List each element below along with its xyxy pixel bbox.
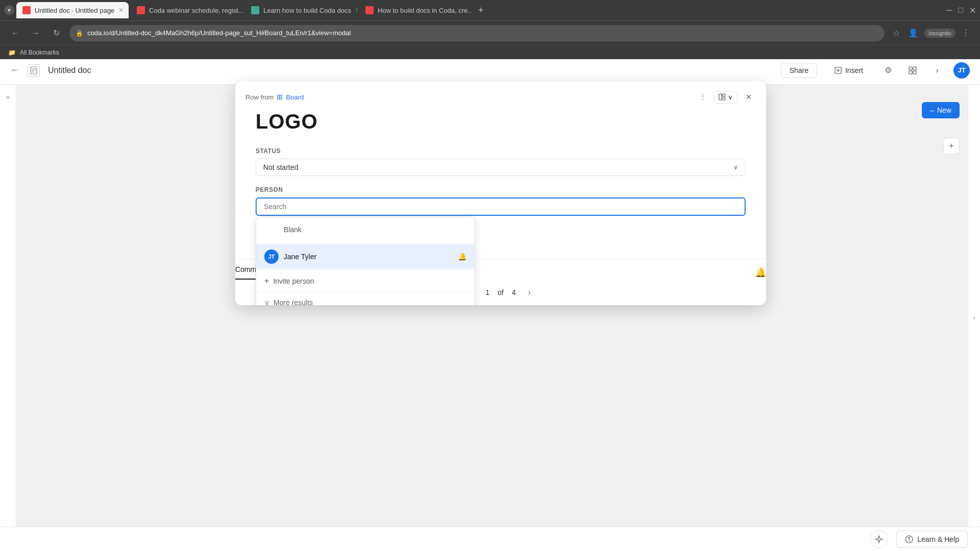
tab1-close[interactable]: ✕ [118, 7, 124, 14]
jane-tyler-name: Jane Tyler [284, 253, 453, 261]
tab3-title: Learn how to build Coda docs [263, 7, 351, 14]
bottom-toolbar: Learn & Help [0, 527, 980, 551]
browser-toolbar: ← → ↻ 🔒 coda.io/d/Untitled-doc_dk4MaGh2h… [0, 20, 980, 45]
status-label: STATUS [256, 147, 746, 155]
tab2-favicon [137, 6, 145, 14]
tab4-title: How to build docs in Coda, cre... [378, 7, 472, 14]
svg-rect-7 [909, 67, 912, 70]
refresh-btn[interactable]: ↻ [49, 26, 63, 40]
invite-person-btn[interactable]: + Invite person [256, 271, 475, 291]
status-dropdown[interactable]: Not started ∨ [256, 159, 746, 176]
modal-header-actions: ⋮ ∨ ✕ [696, 90, 756, 104]
learn-help-button[interactable]: Learn & Help [896, 531, 968, 548]
jane-tyler-initials: JT [268, 254, 275, 260]
person-search-input[interactable] [256, 197, 746, 216]
back-browser-btn[interactable]: ← [8, 26, 22, 40]
breadcrumb-prefix: Row from [246, 93, 274, 101]
profile-btn[interactable]: 👤 [906, 26, 920, 40]
browser-tab-3[interactable]: Learn how to build Coda docs ✕ [245, 2, 357, 18]
blank-spacer [264, 222, 279, 237]
dropdown-arrow-icon: ∨ [733, 164, 738, 171]
blank-label: Blank [284, 226, 302, 234]
board-link[interactable]: Board [286, 93, 304, 101]
more-btn[interactable]: › [929, 62, 945, 79]
modal-close-btn[interactable]: ✕ [742, 90, 756, 104]
view-btn[interactable] [904, 62, 921, 79]
incognito-badge[interactable]: Incognito [924, 29, 955, 38]
close-btn[interactable]: ✕ [969, 6, 976, 15]
blank-option[interactable]: Blank [256, 217, 475, 242]
pagination-separator: of [498, 288, 504, 296]
tab3-close[interactable]: ✕ [355, 7, 357, 14]
modal-more-btn[interactable]: ⋮ [696, 90, 710, 104]
status-value: Not started [263, 163, 298, 171]
browser-chrome: ▼ Untitled doc · Untitled page ✕ Coda we… [0, 0, 980, 56]
new-label: New [937, 106, 951, 114]
share-label: Share [790, 66, 808, 74]
bookmarks-label[interactable]: All Bookmarks [20, 49, 59, 56]
minimize-btn[interactable]: ─ [946, 6, 952, 15]
pagination-total: 4 [512, 288, 516, 296]
svg-rect-11 [719, 94, 722, 100]
next-page-btn[interactable]: › [524, 287, 534, 298]
browser-titlebar: ▼ Untitled doc · Untitled page ✕ Coda we… [0, 0, 980, 20]
bookmark-btn[interactable]: ☆ [891, 26, 902, 40]
new-tab-button[interactable]: + [474, 3, 488, 17]
settings-btn[interactable]: ⚙ [880, 62, 896, 79]
notification-bell-icon[interactable]: 🔔 [755, 267, 766, 278]
modal-header: Row from ⊞ Board ⋮ ∨ ✕ [235, 82, 766, 110]
ai-sparkle-btn[interactable] [870, 530, 888, 548]
jane-tyler-avatar: JT [264, 249, 279, 264]
view-toggle[interactable]: ∨ [714, 91, 738, 104]
person-field-section: PERSON Blank JT [256, 186, 746, 216]
insert-button[interactable]: Insert [825, 63, 872, 78]
view-toggle-arrow: ∨ [728, 93, 733, 101]
address-bar[interactable]: 🔒 coda.io/d/Untitled-doc_dk4MaGh2h6p/Unt… [69, 25, 885, 41]
learn-help-label: Learn & Help [917, 535, 959, 543]
doc-title: Untitled doc [48, 66, 91, 75]
browser-tab-1[interactable]: Untitled doc · Untitled page ✕ [16, 2, 129, 18]
tab-group-btn[interactable]: ▼ [4, 5, 14, 15]
sidebar-chevron-icon: » [6, 93, 10, 101]
person-label: PERSON [256, 186, 746, 193]
svg-rect-12 [723, 94, 725, 96]
pagination-current: 1 [485, 288, 489, 296]
forward-browser-btn[interactable]: → [29, 26, 43, 40]
modal-body: LOGO STATUS Not started ∨ PERSON [235, 110, 766, 259]
user-avatar[interactable]: JT [953, 62, 970, 79]
app-container: ← Untitled doc Share Insert ⚙ › JT » ‹ –… [0, 56, 980, 551]
dropdown-divider-2 [256, 270, 475, 270]
maximize-btn[interactable]: □ [958, 6, 963, 15]
more-results-btn[interactable]: ∨ More results [256, 293, 475, 305]
sidebar-toggle[interactable]: » [0, 85, 16, 527]
address-text: coda.io/d/Untitled-doc_dk4MaGh2h6p/Untit… [87, 29, 878, 37]
browser-tab-2[interactable]: Coda webinar schedule, regist... ✕ [131, 2, 243, 18]
toolbar-actions: ☆ 👤 Incognito ⋮ [891, 26, 972, 40]
new-button[interactable]: – New [922, 102, 960, 118]
dropdown-divider [256, 243, 475, 243]
right-chevron-icon: ‹ [973, 314, 975, 321]
svg-rect-9 [909, 71, 912, 74]
bookmarks-bar: 📁 All Bookmarks [0, 45, 980, 59]
right-sidebar-handle[interactable]: ‹ [968, 85, 980, 551]
extensions-btn[interactable]: ⋮ [960, 26, 972, 40]
person-search-wrapper: Blank JT Jane Tyler 🔔 [256, 197, 746, 216]
share-button[interactable]: Share [781, 63, 817, 78]
tab3-favicon [251, 6, 259, 14]
jane-tyler-option[interactable]: JT Jane Tyler 🔔 [256, 244, 475, 269]
tab4-favicon [365, 6, 374, 14]
dropdown-divider-3 [256, 292, 475, 292]
more-results-label: More results [274, 298, 313, 305]
bookmarks-folder-icon: 📁 [8, 49, 16, 56]
person-dropdown: Blank JT Jane Tyler 🔔 [256, 217, 475, 305]
row-title: LOGO [256, 110, 746, 133]
notify-icon: 🔔 [458, 253, 467, 261]
board-icon: ⊞ [277, 93, 283, 101]
insert-label: Insert [845, 66, 863, 74]
svg-point-15 [909, 541, 910, 541]
browser-tab-4[interactable]: How to build docs in Coda, cre... ✕ [359, 2, 472, 18]
add-content-button[interactable]: + [943, 138, 960, 154]
invite-label: Invite person [273, 277, 314, 285]
doc-back-btn[interactable]: ← [10, 65, 19, 76]
tab1-title: Untitled doc · Untitled page [35, 7, 114, 14]
